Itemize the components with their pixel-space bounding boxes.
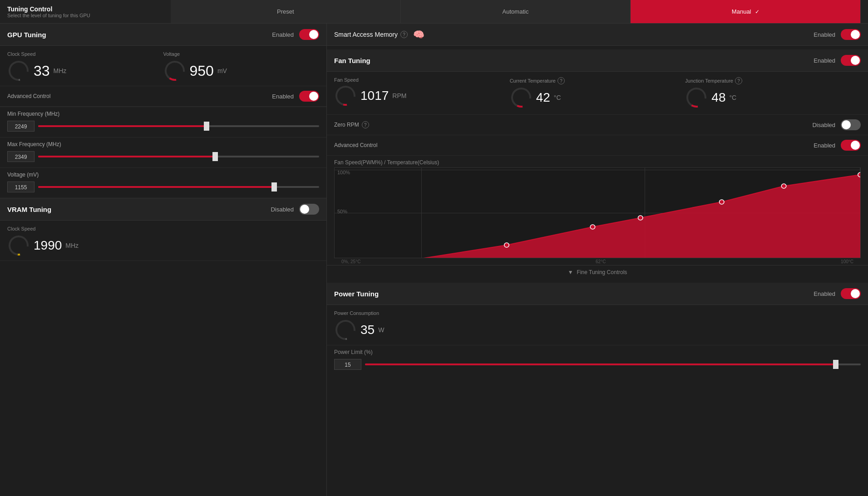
fan-tuning-toggle[interactable] [841,55,861,66]
junction-temp-info-icon[interactable]: ? [735,77,742,84]
fan-speed-label: Fan Speed [334,77,510,83]
svg-point-4 [7,234,30,257]
voltage-slider-track[interactable] [38,186,319,188]
min-frequency-slider-row: 2249 [7,121,319,132]
vram-clock-unit: MHz [65,242,79,249]
gpu-tuning-title: GPU Tuning [7,31,272,39]
clock-speed-gauge [7,59,30,82]
power-limit-fill [365,363,836,365]
vram-tuning-toggle[interactable] [299,204,319,215]
current-temp-value-row: 42 °C [510,86,686,109]
chart-x-label-end: 100°C [841,259,853,264]
min-frequency-thumb[interactable] [204,122,209,131]
max-frequency-track[interactable] [38,156,319,157]
page-subtitle: Select the level of tuning for this GPU [7,13,171,18]
advanced-control-toggle[interactable] [299,91,319,102]
sam-toggle[interactable] [841,29,861,40]
zero-rpm-toggle[interactable] [841,119,861,130]
tab-automatic[interactable]: Automatic [401,0,631,23]
chart-x-labels: 0%, 25°C 62°C 100°C [334,258,861,265]
vram-tuning-header: VRAM Tuning Disabled [0,198,326,221]
current-temp-value: 42 [536,90,550,105]
max-frequency-value[interactable]: 2349 [7,151,35,162]
voltage-slider-row: 1155 [7,182,319,192]
svg-point-14 [590,225,595,229]
power-consumption: Power Consumption 35 W [334,310,861,341]
svg-point-20 [334,319,357,341]
current-temp-gauge [510,86,533,109]
fan-speed-value: 1017 [360,88,389,103]
svg-point-10 [685,86,708,109]
gpu-clock-voltage: Clock Speed 33 MHz Voltage [0,46,326,86]
max-frequency-label: Max Frequency (MHz) [7,141,319,147]
junction-temp-unit: °C [730,94,737,101]
svg-point-19 [334,319,357,341]
voltage-slider-fill [38,186,274,188]
sam-info-icon[interactable]: ? [400,31,408,38]
power-consumption-unit: W [378,326,384,334]
tab-manual[interactable]: Manual ✓ [631,0,861,23]
voltage-slider-label: Voltage (mV) [7,172,319,178]
min-frequency-fill [38,125,207,127]
vram-clock-gauge [7,234,30,257]
voltage-label: Voltage [163,51,320,57]
zero-rpm-info-icon[interactable]: ? [362,121,369,128]
power-limit-thumb[interactable] [833,360,838,369]
clock-speed-metric: Clock Speed 33 MHz [7,51,163,82]
current-temp-info-icon[interactable]: ? [557,77,565,84]
min-frequency-track[interactable] [38,125,319,127]
svg-point-6 [334,84,357,107]
svg-point-18 [858,172,860,177]
power-consumption-label: Power Consumption [334,310,861,316]
advanced-control-label: Advanced Control [7,93,272,99]
clock-speed-label: Clock Speed [7,51,163,57]
power-tuning-status: Enabled [814,290,835,297]
power-consumption-value-row: 35 W [334,319,861,341]
fan-speed-gauge [334,84,357,107]
fan-advanced-control-status: Enabled [814,142,835,149]
voltage-gauge [163,59,186,82]
tab-preset[interactable]: Preset [171,0,401,23]
main-content: GPU Tuning Enabled Clock Speed 33 MHz [0,24,868,496]
voltage-slider-thumb[interactable] [271,182,277,192]
power-tuning-toggle[interactable] [841,288,861,299]
min-frequency-value[interactable]: 2249 [7,121,35,132]
smart-access-memory-label: Smart Access Memory ? [334,31,408,38]
zero-rpm-label: Zero RPM ? [334,121,812,128]
fan-chart-title: Fan Speed(PWM%) / Temperature(Celsius) [334,159,861,166]
tuning-control-header: Tuning Control Select the level of tunin… [7,5,171,18]
voltage-value: 950 [190,63,214,79]
voltage-slider-section: Voltage (mV) 1155 [0,167,326,198]
fan-tuning-header: Fan Tuning Enabled [327,49,868,72]
fan-chart-container[interactable]: 100% 50% [334,167,861,258]
fan-advanced-control-toggle[interactable] [841,140,861,151]
fine-tuning-label: Fine Tuning Controls [577,269,627,275]
power-consumption-metric: Power Consumption 35 W [327,305,868,345]
zero-rpm-row: Zero RPM ? Disabled [327,115,868,135]
fine-tuning-row[interactable]: ▼ Fine Tuning Controls [327,265,868,279]
svg-point-15 [638,216,643,220]
vram-tuning-title: VRAM Tuning [7,206,271,213]
current-temp-label: Current Temperature ? [510,77,686,84]
gpu-tuning-header: GPU Tuning Enabled [0,24,326,46]
max-frequency-thumb[interactable] [212,152,218,161]
power-limit-value[interactable]: 15 [334,359,361,370]
power-limit-track[interactable] [365,363,861,365]
vram-metrics: Clock Speed 1990 MHz [0,221,326,261]
fan-speed-value-row: 1017 RPM [334,84,510,107]
gpu-tuning-toggle[interactable] [299,29,319,40]
max-frequency-section: Max Frequency (MHz) 2349 [0,137,326,167]
left-panel: GPU Tuning Enabled Clock Speed 33 MHz [0,24,327,496]
junction-temp-gauge [685,86,708,109]
sam-brain-icon: 🧠 [413,29,424,40]
vram-tuning-status: Disabled [271,206,294,213]
clock-speed-value-row: 33 MHz [7,59,163,82]
fan-advanced-control-label: Advanced Control [334,142,814,148]
fan-curve-svg [335,168,860,258]
voltage-slider-value[interactable]: 1155 [7,182,35,192]
fan-advanced-control-row: Advanced Control Enabled [327,135,868,156]
top-bar: Tuning Control Select the level of tunin… [0,0,868,24]
vram-clock-value: 1990 [34,238,62,253]
power-limit-label: Power Limit (%) [334,349,861,355]
power-tuning-title: Power Tuning [334,290,814,298]
